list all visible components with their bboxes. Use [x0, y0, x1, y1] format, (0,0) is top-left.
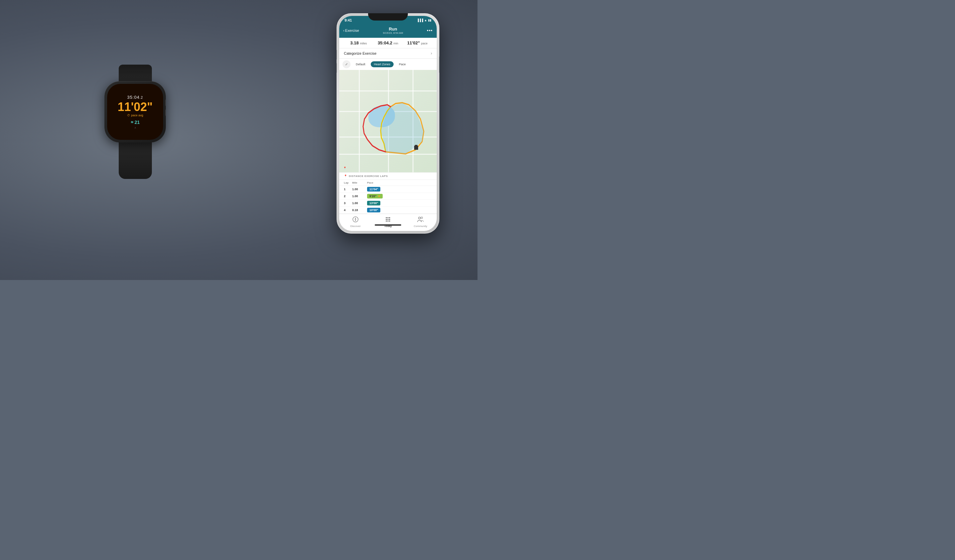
duration-stat: 35:04.2 min — [373, 41, 403, 45]
power-button[interactable] — [439, 56, 439, 73]
app-header: ‹ Exercise Run 9/15/19, 8:54 AM ••• — [339, 25, 437, 38]
watch-pace-label: ⏱ pace avg — [127, 114, 143, 117]
map-tab-pace[interactable]: Pace — [396, 61, 409, 67]
wifi-icon: ▲ — [424, 19, 427, 22]
home-indicator — [375, 224, 401, 226]
back-chevron-icon: ‹ — [343, 28, 344, 33]
map-route — [339, 70, 437, 172]
lap-row-4: 4 0.18 10'00" — [339, 207, 437, 214]
pace-stat: 11'02" pace — [402, 41, 432, 45]
categorize-row[interactable]: Categorize Exercise › — [339, 48, 437, 59]
community-icon — [417, 216, 424, 224]
categorize-label: Categorize Exercise — [344, 51, 376, 55]
map-area: 📍 — [339, 70, 437, 172]
battery-icon: ▮▮ — [428, 19, 431, 22]
watch-band-bottom — [119, 139, 152, 179]
map-tab-heart-zones[interactable]: Heart Zones — [371, 61, 394, 67]
laps-header-text: DISTANCE EXERCISE LAPS — [349, 175, 388, 178]
svg-marker-3 — [355, 217, 356, 219]
svg-marker-4 — [355, 219, 356, 222]
phone-body: 9:41 ▐▐▐ ▲ ▮▮ ‹ Exercise Run 9/15/19, 8: — [337, 13, 439, 234]
stats-row: 3.18 miles 35:04.2 min 11'02" pace — [339, 38, 437, 48]
svg-point-14 — [418, 217, 421, 219]
col-lap: Lap — [344, 181, 352, 184]
col-mile: Mile — [352, 181, 367, 184]
svg-point-13 — [389, 221, 390, 222]
more-options-button[interactable]: ••• — [427, 28, 433, 33]
svg-point-15 — [421, 217, 423, 219]
distance-value: 3.18 miles — [344, 41, 373, 45]
watch-pace-display: 11'02" — [118, 101, 153, 113]
bottom-nav: Discover — [339, 214, 437, 231]
pace-value: 11'02" pace — [402, 41, 432, 45]
header-nav: ‹ Exercise Run 9/15/19, 8:54 AM ••• — [343, 27, 433, 34]
lap-row-2: 2 1.00 9'20" ★ — [339, 193, 437, 200]
map-controls: ⤢ Default Heart Zones Pace — [339, 59, 437, 70]
pin-small-icon: 📍 — [344, 175, 347, 178]
svg-rect-1 — [415, 145, 418, 146]
svg-rect-0 — [414, 146, 418, 150]
watch-elapsed-time: 35:04.2 — [127, 95, 143, 100]
watch-steps-display: ≋ 21 — [131, 120, 140, 125]
svg-point-6 — [388, 217, 389, 218]
svg-point-5 — [386, 217, 387, 218]
watch-button-bottom[interactable] — [165, 109, 166, 116]
discover-icon — [352, 216, 359, 224]
back-button[interactable]: ‹ Exercise — [343, 28, 359, 33]
svg-point-10 — [389, 219, 390, 220]
watch-screen: 35:04.2 11'02" ⏱ pace avg ≋ 21 ∧ — [107, 84, 163, 140]
map-tab-default[interactable]: Default — [352, 61, 369, 67]
pace-bar-2: 9'20" ★ — [367, 194, 383, 198]
best-lap-star: ★ — [378, 195, 380, 198]
pace-bar-4: 10'00" — [367, 208, 380, 212]
svg-point-9 — [388, 219, 389, 220]
discover-label: Discover — [350, 225, 360, 228]
distance-stat: 3.18 miles — [344, 41, 373, 45]
status-time: 9:41 — [344, 18, 352, 22]
pace-bar-3: 13'00" — [367, 201, 380, 206]
phone-notch — [368, 13, 408, 20]
header-title: Run — [383, 27, 403, 31]
pace-icon: ⏱ — [127, 114, 130, 117]
svg-point-8 — [386, 219, 387, 220]
col-pace: Pace — [367, 181, 432, 184]
community-label: Community — [414, 225, 427, 228]
svg-point-7 — [389, 217, 390, 218]
wifi-waves-icon: ≋ — [131, 120, 133, 124]
nav-community[interactable]: Community — [404, 216, 437, 228]
today-icon — [385, 216, 391, 224]
lap-row-1: 1 1.00 11'04" — [339, 186, 437, 193]
map-location-pin: 📍 — [343, 167, 346, 170]
header-subtitle: 9/15/19, 8:54 AM — [383, 31, 403, 34]
watch-button-top[interactable] — [165, 100, 166, 106]
volume-down-button[interactable] — [337, 63, 337, 73]
laps-header: 📍 DISTANCE EXERCISE LAPS — [339, 172, 437, 180]
watch-chevron-icon: ∧ — [134, 126, 136, 129]
laps-section: 📍 DISTANCE EXERCISE LAPS Lap Mile Pace 1… — [339, 172, 437, 214]
laps-column-headers: Lap Mile Pace — [339, 180, 437, 186]
phone-screen: 9:41 ▐▐▐ ▲ ▮▮ ‹ Exercise Run 9/15/19, 8: — [339, 16, 437, 231]
signal-icon: ▐▐▐ — [417, 19, 423, 22]
nav-discover[interactable]: Discover — [339, 216, 372, 228]
phone: 9:41 ▐▐▐ ▲ ▮▮ ‹ Exercise Run 9/15/19, 8: — [337, 13, 439, 262]
laps-table: Lap Mile Pace 1 1.00 11'04" 2 1.00 9'2 — [339, 180, 437, 214]
watch-body: 35:04.2 11'02" ⏱ pace avg ≋ 21 ∧ — [105, 81, 166, 142]
svg-point-12 — [388, 221, 389, 222]
pace-bar-1: 11'04" — [367, 187, 380, 192]
status-icons: ▐▐▐ ▲ ▮▮ — [417, 19, 431, 22]
map-expand-button[interactable]: ⤢ — [343, 60, 351, 68]
lap-row-3: 3 1.00 13'00" — [339, 200, 437, 207]
svg-point-11 — [386, 221, 387, 222]
nav-today[interactable]: Today — [372, 216, 404, 228]
pin-icon: 📍 — [343, 167, 346, 170]
volume-up-button[interactable] — [337, 50, 337, 60]
smartwatch: 35:04.2 11'02" ⏱ pace avg ≋ 21 ∧ — [98, 61, 172, 167]
duration-value: 35:04.2 min — [373, 41, 403, 45]
categorize-arrow-icon: › — [431, 51, 432, 56]
